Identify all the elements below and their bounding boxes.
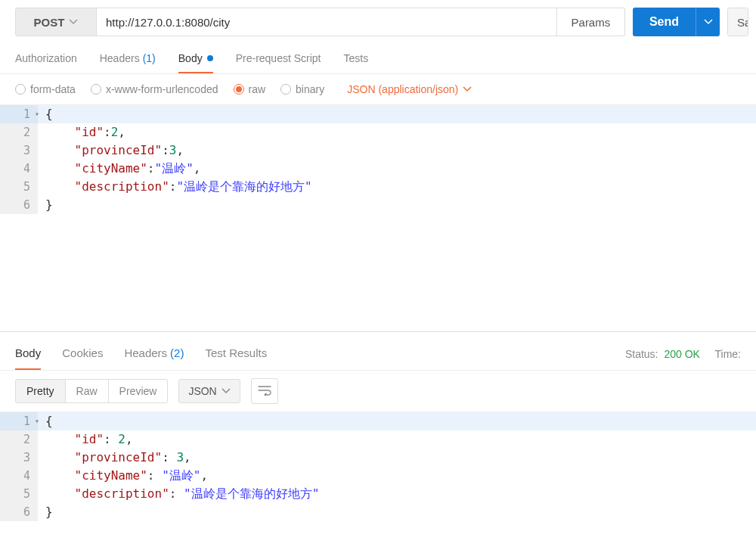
code-content: { — [38, 105, 756, 123]
radio-icon — [91, 84, 101, 95]
code-content: "description":"温岭是个靠海的好地方" — [38, 178, 756, 196]
fold-arrow-icon[interactable]: ▾ — [35, 412, 39, 430]
code-line: 6} — [0, 196, 756, 214]
line-number: 6 — [0, 196, 38, 214]
send-group: Send — [633, 8, 720, 36]
tab-body[interactable]: Body — [178, 44, 213, 73]
format-label: JSON — [188, 385, 216, 397]
chevron-down-icon — [463, 86, 472, 92]
tab-prerequest[interactable]: Pre-request Script — [236, 44, 321, 73]
line-number: 5 — [0, 485, 38, 503]
chevron-down-icon — [222, 388, 231, 394]
code-line: 3 "provinceId": 3, — [0, 449, 756, 467]
line-wrap-button[interactable] — [251, 378, 278, 404]
response-headers-count: (2) — [170, 346, 184, 359]
radio-label: raw — [249, 83, 266, 95]
line-number: 1▾ — [0, 105, 38, 123]
response-status: Status: 200 OK Time: — [625, 348, 741, 360]
request-body-editor[interactable]: 1▾{2 "id":2,3 "provinceId":3,4 "cityName… — [0, 104, 756, 331]
line-number: 5 — [0, 178, 38, 196]
code-line: 1▾{ — [0, 105, 756, 123]
response-headers-label: Headers — [124, 346, 167, 359]
tab-headers-label: Headers — [100, 52, 140, 64]
line-number: 6 — [0, 503, 38, 521]
line-number: 4 — [0, 467, 38, 485]
chevron-down-icon — [69, 19, 78, 25]
headers-count: (1) — [143, 52, 156, 64]
radio-icon — [234, 84, 244, 95]
code-content: } — [38, 503, 756, 521]
code-line: 4 "cityName": "温岭", — [0, 467, 756, 485]
body-type-row: form-data x-www-form-urlencoded raw bina… — [0, 74, 756, 104]
code-content: "id":2, — [38, 123, 756, 141]
line-number: 4 — [0, 160, 38, 178]
line-number: 3 — [0, 141, 38, 160]
send-button[interactable]: Send — [633, 8, 696, 36]
params-button[interactable]: Params — [557, 8, 625, 36]
code-content: } — [38, 196, 756, 214]
save-button[interactable]: Sa — [727, 8, 748, 36]
radio-urlencoded[interactable]: x-www-form-urlencoded — [91, 83, 218, 95]
code-content: "description": "温岭是个靠海的好地方" — [38, 485, 756, 503]
code-line: 5 "description":"温岭是个靠海的好地方" — [0, 178, 756, 196]
content-type-select[interactable]: JSON (application/json) — [347, 83, 472, 95]
response-tab-cookies[interactable]: Cookies — [62, 337, 103, 370]
code-line: 4 "cityName":"温岭", — [0, 160, 756, 178]
time-label: Time: — [715, 348, 741, 360]
radio-label: binary — [296, 83, 324, 95]
tab-headers[interactable]: Headers (1) — [100, 44, 156, 73]
code-content: "cityName": "温岭", — [38, 467, 756, 485]
code-line: 5 "description": "温岭是个靠海的好地方" — [0, 485, 756, 503]
http-method-select[interactable]: POST — [15, 8, 97, 36]
radio-label: form-data — [30, 83, 76, 95]
fold-arrow-icon[interactable]: ▾ — [35, 105, 39, 123]
code-content: "id": 2, — [38, 430, 756, 449]
code-content: { — [38, 412, 756, 430]
chevron-down-icon — [704, 19, 713, 25]
line-number: 2 — [0, 123, 38, 141]
view-pretty-button[interactable]: Pretty — [15, 379, 66, 403]
response-tab-tests[interactable]: Test Results — [205, 337, 267, 370]
code-line: 6} — [0, 503, 756, 521]
status-label: Status: — [625, 348, 658, 360]
code-line: 3 "provinceId":3, — [0, 141, 756, 160]
tab-authorization[interactable]: Authorization — [15, 44, 77, 73]
response-tabs: Body Cookies Headers (2) Test Results St… — [0, 337, 756, 371]
response-tab-body[interactable]: Body — [15, 337, 41, 370]
radio-binary[interactable]: binary — [280, 83, 324, 95]
content-type-label: JSON (application/json) — [347, 83, 458, 95]
code-line: 2 "id": 2, — [0, 430, 756, 449]
request-tabs: Authorization Headers (1) Body Pre-reque… — [0, 44, 756, 74]
http-method-label: POST — [34, 16, 65, 29]
request-bar: POST Params Send Sa — [0, 0, 756, 44]
pane-divider[interactable] — [0, 331, 756, 337]
radio-label: x-www-form-urlencoded — [106, 83, 218, 95]
line-number: 3 — [0, 449, 38, 467]
radio-icon — [15, 84, 26, 95]
code-content: "provinceId": 3, — [38, 449, 756, 467]
view-raw-button[interactable]: Raw — [66, 379, 109, 403]
code-line: 2 "id":2, — [0, 123, 756, 141]
response-format-select[interactable]: JSON — [178, 379, 240, 403]
wrap-icon — [258, 385, 271, 398]
tab-tests[interactable]: Tests — [344, 44, 369, 73]
tab-body-label: Body — [178, 52, 203, 64]
line-number: 1▾ — [0, 412, 38, 430]
status-value: 200 OK — [664, 348, 699, 360]
radio-icon — [280, 84, 291, 95]
code-content: "provinceId":3, — [38, 141, 756, 160]
url-input[interactable] — [97, 8, 557, 36]
response-tab-headers[interactable]: Headers (2) — [124, 337, 184, 370]
view-preview-button[interactable]: Preview — [109, 379, 169, 403]
send-dropdown-button[interactable] — [696, 8, 720, 36]
radio-raw[interactable]: raw — [234, 83, 266, 95]
code-line: 1▾{ — [0, 412, 756, 430]
code-content: "cityName":"温岭", — [38, 160, 756, 178]
line-number: 2 — [0, 430, 38, 449]
unsaved-dot-icon — [207, 55, 213, 61]
response-body-viewer[interactable]: 1▾{2 "id": 2,3 "provinceId": 3,4 "cityNa… — [0, 412, 756, 533]
response-toolbar: Pretty Raw Preview JSON — [0, 371, 756, 412]
radio-form-data[interactable]: form-data — [15, 83, 76, 95]
